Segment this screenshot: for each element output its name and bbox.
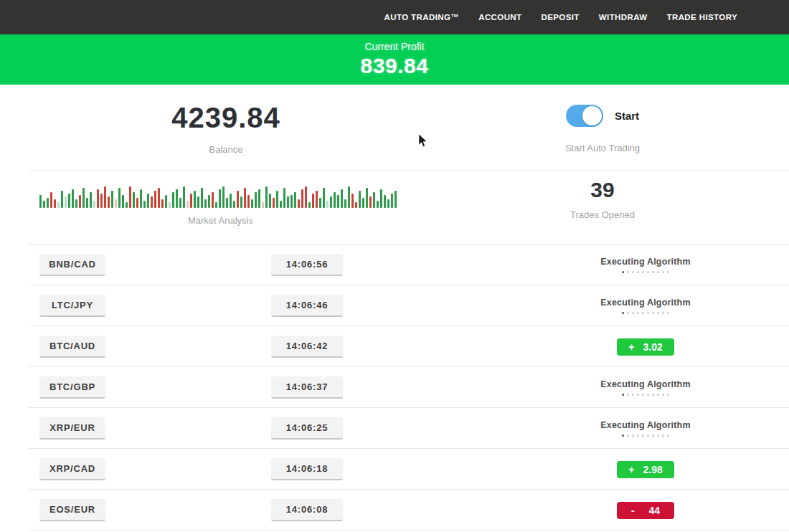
executing-status: Executing Algorithm (600, 257, 691, 273)
result-badge: + 2.98 (617, 461, 674, 478)
trade-time: 14:06:08 (271, 499, 343, 521)
trades-list: BNB/CAD 14:06:56 Executing Algorithm LTC… (0, 244, 789, 531)
trade-time: 14:06:46 (271, 295, 343, 317)
nav-auto-trading[interactable]: AUTO TRADING™ (384, 13, 460, 22)
trade-status: Executing Algorithm (588, 367, 703, 408)
trade-row: EOS/EUR 14:06:08 - 44 (29, 490, 789, 531)
stats-section: 4239.84 Balance Start Start Auto Trading… (0, 85, 789, 244)
balance-block: 4239.84 Balance (108, 102, 344, 155)
trade-status: Executing Algorithm (588, 244, 703, 285)
trade-row: BTC/AUD 14:06:42 + 3.02 (29, 326, 789, 367)
trade-time: 14:06:56 (271, 254, 343, 276)
executing-label: Executing Algorithm (600, 420, 691, 430)
executing-label: Executing Algorithm (600, 257, 691, 267)
balance-label: Balance (108, 144, 344, 155)
trades-opened-value: 39 (527, 178, 678, 202)
trades-opened-block: 39 Trades Opened (527, 178, 678, 220)
pair-label: XRP/CAD (39, 458, 105, 480)
progress-dots-icon (600, 271, 691, 273)
market-analysis-block: Market Analysis (39, 184, 402, 226)
result-sign: + (628, 464, 634, 475)
pair-label: XRP/EUR (39, 417, 105, 440)
trade-row: BTC/GBP 14:06:37 Executing Algorithm (29, 367, 789, 408)
pair-label: BTC/GBP (39, 376, 105, 399)
result-sign: + (628, 341, 634, 353)
current-profit-label: Current Profit (364, 41, 424, 52)
pair-label: EOS/EUR (39, 499, 105, 521)
trade-time: 14:06:25 (271, 417, 343, 440)
progress-dots-icon (600, 312, 691, 314)
result-amount: 3.02 (643, 341, 662, 353)
executing-label: Executing Algorithm (600, 379, 691, 389)
divider (29, 170, 789, 171)
trade-status: Executing Algorithm (588, 408, 703, 449)
auto-trading-toggle[interactable] (566, 105, 603, 127)
trades-opened-label: Trades Opened (527, 209, 678, 220)
page: AUTO TRADING™ ACCOUNT DEPOSIT WITHDRAW T… (0, 0, 789, 532)
trade-row: XRP/CAD 14:06:18 + 2.98 (29, 449, 789, 490)
pair-label: LTC/JPY (39, 295, 105, 317)
trade-status: + 3.02 (588, 326, 703, 367)
top-navbar: AUTO TRADING™ ACCOUNT DEPOSIT WITHDRAW T… (0, 0, 789, 34)
current-profit-value: 839.84 (361, 54, 429, 78)
executing-status: Executing Algorithm (600, 420, 691, 437)
trade-row: XRP/EUR 14:06:25 Executing Algorithm (29, 408, 789, 449)
trade-time: 14:06:37 (271, 376, 343, 399)
result-badge: + 3.02 (617, 338, 674, 356)
pair-label: BTC/AUD (39, 336, 105, 358)
executing-status: Executing Algorithm (600, 379, 691, 396)
progress-dots-icon (600, 434, 691, 437)
toggle-knob-icon (582, 106, 602, 125)
trade-status: Executing Algorithm (588, 285, 703, 326)
current-profit-banner: Current Profit 839.84 (0, 34, 789, 85)
executing-status: Executing Algorithm (600, 298, 691, 314)
nav-withdraw[interactable]: WITHDRAW (599, 13, 648, 22)
result-sign: - (631, 505, 635, 516)
auto-trading-label: Start Auto Trading (527, 143, 678, 153)
trade-status: - 44 (588, 490, 703, 531)
nav-deposit[interactable]: DEPOSIT (542, 13, 580, 22)
trade-time: 14:06:18 (271, 458, 343, 480)
result-amount: 44 (649, 505, 661, 516)
nav-account[interactable]: ACCOUNT (478, 13, 521, 22)
trade-status: + 2.98 (588, 449, 703, 490)
trade-row: LTC/JPY 14:06:46 Executing Algorithm (29, 285, 789, 326)
trade-row: BNB/CAD 14:06:56 Executing Algorithm (29, 244, 789, 285)
result-badge: - 44 (617, 502, 674, 519)
nav-trade-history[interactable]: TRADE HISTORY (667, 13, 738, 22)
executing-label: Executing Algorithm (600, 298, 691, 308)
balance-value: 4239.84 (108, 102, 344, 134)
market-analysis-chart (39, 184, 402, 208)
toggle-label: Start (615, 110, 639, 122)
auto-trading-block: Start Start Auto Trading (527, 105, 678, 153)
pair-label: BNB/CAD (39, 254, 105, 276)
progress-dots-icon (600, 394, 691, 396)
result-amount: 2.98 (643, 464, 662, 475)
market-analysis-label: Market Analysis (39, 215, 402, 226)
trade-time: 14:06:42 (271, 336, 343, 358)
